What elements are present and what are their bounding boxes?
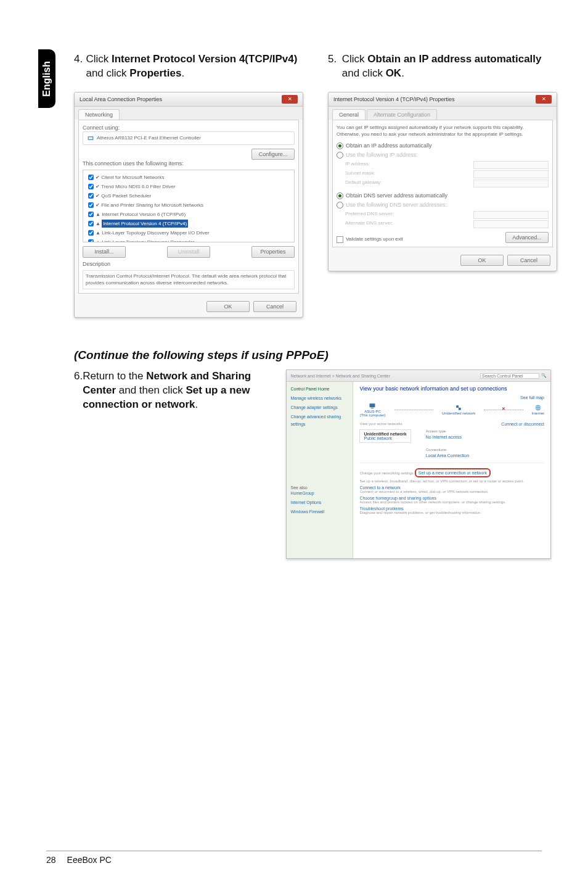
sidebar-item[interactable]: Change adapter settings <box>290 404 349 411</box>
description-text: Transmission Control Protocol/Internet P… <box>83 270 295 290</box>
radio-obtain-ip[interactable]: Obtain an IP address automatically <box>337 141 549 151</box>
items-label: This connection uses the following items… <box>83 160 295 167</box>
pppoe-heading: (Continue the following steps if using P… <box>74 349 551 362</box>
field-subnet: Subnet mask: <box>345 170 549 178</box>
ns-sidebar: Control Panel Home Manage wireless netwo… <box>287 382 353 559</box>
page-number: 28 <box>46 855 56 865</box>
ns-toolbar: Network and Internet > Network and Shari… <box>287 370 550 382</box>
radio-obtain-dns[interactable]: Obtain DNS server address automatically <box>337 191 549 200</box>
setup-new-connection-link[interactable]: Set up a new connection or network <box>419 471 487 475</box>
sidebar-seealso: See also <box>290 485 349 490</box>
list-item[interactable]: ✔ File and Printer Sharing for Microsoft… <box>86 200 292 210</box>
page-footer: 28 EeeBox PC <box>46 851 542 865</box>
ok-button[interactable]: OK <box>460 255 504 266</box>
svg-rect-4 <box>456 406 459 408</box>
connect-using-label: Connect using: <box>83 124 295 131</box>
properties-button[interactable]: Properties <box>251 246 295 257</box>
list-item[interactable]: ▲ Link-Layer Topology Discovery Mapper I… <box>86 228 292 237</box>
field-pref-dns: Preferred DNS server: <box>345 211 549 219</box>
list-item[interactable]: ▲ Internet Protocol Version 6 (TCP/IPv6) <box>86 210 292 219</box>
step5-text: Click Obtain an IP address automatically… <box>342 52 557 81</box>
install-button[interactable]: Install... <box>83 246 126 257</box>
troubleshoot-link[interactable]: Troubleshoot problems <box>359 506 544 511</box>
description-label: Description <box>83 260 295 268</box>
sidebar-item[interactable]: Windows Firewall <box>290 508 349 516</box>
dialog-title: Internet Protocol Version 4 (TCP/IPv4) P… <box>333 96 455 103</box>
ipv4-intro: You can get IP settings assigned automat… <box>337 124 549 138</box>
radio-use-ip[interactable]: Use the following IP address: <box>337 151 549 160</box>
field-alt-dns: Alternate DNS server: <box>345 220 549 228</box>
sidebar-home[interactable]: Control Panel Home <box>290 386 349 393</box>
svg-rect-1 <box>89 138 92 139</box>
cancel-button[interactable]: Cancel <box>253 301 296 312</box>
svg-rect-3 <box>371 408 374 408</box>
computer-icon <box>369 402 376 410</box>
connection-error-icon: ✕ <box>502 406 505 411</box>
ok-button[interactable]: OK <box>206 301 250 312</box>
step4-number: 4. <box>74 52 86 81</box>
step-5: 5. Click Obtain an IP address automatica… <box>328 52 557 318</box>
sidebar-item[interactable]: Change advanced sharing settings <box>290 413 349 428</box>
list-item[interactable]: ✔ QoS Packet Scheduler <box>86 191 292 200</box>
adapter-icon <box>87 134 94 142</box>
list-item-selected[interactable]: ▲ Internet Protocol Version 4 (TCP/IPv4) <box>86 219 292 228</box>
step4-text: Click Internet Protocol Version 4(TCP/IP… <box>86 52 303 81</box>
tab-general[interactable]: General <box>332 109 365 120</box>
uninstall-button: Uninstall <box>167 246 210 257</box>
search-icon[interactable]: 🔍 <box>541 373 547 379</box>
connection-link[interactable]: Local Area Connection <box>426 453 469 459</box>
search-input[interactable] <box>480 373 539 379</box>
cancel-button[interactable]: Cancel <box>507 255 550 266</box>
step5-number: 5. <box>328 52 342 81</box>
sidebar-item[interactable]: Internet Options <box>290 499 349 506</box>
step-4: 4. Click Internet Protocol Version 4(TCP… <box>74 52 303 318</box>
network-icon <box>455 404 462 411</box>
dialog-titlebar: Local Area Connection Properties ✕ <box>75 93 303 107</box>
sidebar-item[interactable]: Manage wireless networks <box>290 395 349 402</box>
configure-button[interactable]: Configure... <box>251 149 295 160</box>
list-item[interactable]: ▲ Link-Layer Topology Discovery Responde… <box>86 237 292 242</box>
breadcrumb[interactable]: Network and Internet > Network and Shari… <box>290 374 390 378</box>
network-diagram: ASUS-PC (This computer) Unidentified net… <box>359 402 544 417</box>
validate-checkbox[interactable]: Validate settings upon exit <box>337 236 403 243</box>
svg-rect-5 <box>459 408 461 410</box>
close-icon[interactable]: ✕ <box>282 95 298 104</box>
globe-icon <box>534 404 542 411</box>
svg-rect-2 <box>370 404 375 408</box>
active-networks-label: View your active networks <box>359 422 402 426</box>
lan-properties-dialog: Local Area Connection Properties ✕ Netwo… <box>74 92 303 318</box>
step6-number: 6. <box>74 369 83 412</box>
dialog-title: Local Area Connection Properties <box>80 96 162 103</box>
ipv4-properties-dialog: Internet Protocol Version 4 (TCP/IPv4) P… <box>328 92 557 271</box>
tab-networking[interactable]: Networking <box>78 109 120 120</box>
product-name: EeeBox PC <box>67 855 112 865</box>
radio-use-dns[interactable]: Use the following DNS server addresses: <box>337 200 549 210</box>
field-ip-address: IP address: <box>345 161 549 169</box>
components-listbox[interactable]: ✔ Client for Microsoft Networks ✔ Trend … <box>83 170 295 242</box>
connect-disconnect-link[interactable]: Connect or disconnect <box>501 422 544 426</box>
change-settings-label: Change your networking settings <box>359 471 413 475</box>
step6-text: Return to the Network and Sharing Center… <box>83 369 267 412</box>
active-network-box[interactable]: Unidentified network Public network <box>359 429 410 443</box>
field-gateway: Default gateway: <box>345 179 549 188</box>
list-item[interactable]: ✔ Trend Micro NDIS 6.0 Filter Driver <box>86 182 292 191</box>
tab-alternate[interactable]: Alternate Configuration <box>367 109 437 120</box>
network-sharing-center: Network and Internet > Network and Shari… <box>286 369 551 559</box>
see-full-map-link[interactable]: See full map <box>359 395 544 400</box>
close-icon[interactable]: ✕ <box>536 95 552 104</box>
adapter-name: Atheros AR8132 PCI-E Fast Ethernet Contr… <box>97 135 201 142</box>
sidebar-item[interactable]: HomeGroup <box>290 490 349 497</box>
advanced-button[interactable]: Advanced... <box>505 232 549 243</box>
connect-network-link[interactable]: Connect to a network <box>359 485 544 490</box>
ns-heading: View your basic network information and … <box>359 386 544 392</box>
homegroup-link[interactable]: Choose homegroup and sharing options <box>359 496 544 500</box>
list-item[interactable]: ✔ Client for Microsoft Networks <box>86 173 292 182</box>
dialog-titlebar: Internet Protocol Version 4 (TCP/IPv4) P… <box>329 93 557 107</box>
step-6: 6. Return to the Network and Sharing Cen… <box>74 369 267 559</box>
svg-point-6 <box>535 405 541 411</box>
